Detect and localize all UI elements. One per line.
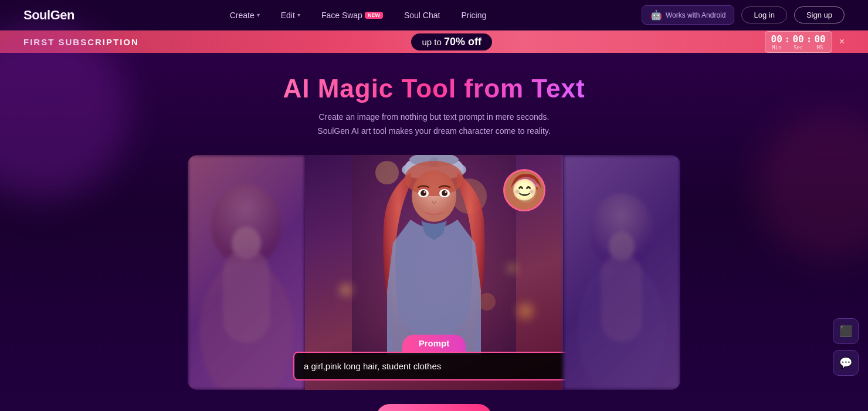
discount-pill: up to 70% off [411, 33, 492, 50]
chat-icon: 💬 [839, 356, 852, 369]
bokeh-2 [517, 303, 534, 319]
svg-point-19 [445, 191, 447, 193]
countdown-timer: 00 Min : 00 Sec : 00 MS [765, 31, 832, 53]
svg-point-15 [421, 190, 426, 196]
nav-edit[interactable]: Edit ▾ [281, 11, 300, 20]
nav-create[interactable]: Create ▾ [230, 11, 260, 20]
android-button[interactable]: 🤖 Works with Android [642, 5, 735, 25]
floating-buttons: ⬛ 💬 [833, 318, 859, 376]
svg-point-23 [519, 187, 524, 191]
timer-ms: 00 MS [814, 33, 825, 50]
face-avatar-svg [505, 171, 545, 211]
signup-button[interactable]: Sign up [794, 6, 845, 23]
logo[interactable]: SoulGen [23, 8, 74, 23]
timer-colon-1: : [785, 33, 791, 45]
nav-faceswap[interactable]: Face Swap NEW [321, 11, 383, 20]
bokeh-3 [508, 264, 516, 272]
timer-min: 00 Min [771, 33, 782, 50]
svg-point-16 [424, 191, 426, 193]
svg-rect-31 [601, 254, 642, 342]
prompt-input[interactable]: a girl,pink long hair, student clothes [293, 352, 575, 380]
left-panel-art [188, 155, 305, 390]
chat-button[interactable]: 💬 [833, 350, 859, 376]
nav-soulchat[interactable]: Soul Chat [404, 11, 440, 20]
banner-center: up to 70% off [411, 33, 492, 50]
new-badge: NEW [365, 12, 383, 19]
bg-blob-2 [757, 112, 868, 258]
right-panel [563, 155, 680, 390]
nav-right: 🤖 Works with Android Log in Sign up [642, 5, 845, 25]
center-panel: Prompt a girl,pink long hair, student cl… [305, 155, 563, 390]
try-button-container: Try it Now → [376, 404, 493, 411]
hero-title: AI Magic Tool from Text [283, 74, 585, 103]
girl-illustration [352, 155, 516, 355]
close-button[interactable]: × [839, 36, 845, 47]
login-button[interactable]: Log in [741, 6, 786, 23]
android-icon: 🤖 [650, 9, 662, 21]
nav-pricing[interactable]: Pricing [461, 11, 486, 20]
hero-subtitle: Create an image from nothing but text pr… [317, 110, 550, 139]
main-content: AI Magic Tool from Text Create an image … [0, 53, 868, 411]
svg-rect-27 [513, 184, 539, 187]
timer-colon-2: : [806, 33, 812, 45]
chevron-down-icon: ▾ [297, 12, 300, 18]
svg-rect-3 [223, 249, 270, 343]
bokeh-1 [340, 284, 352, 296]
prompt-section: Prompt a girl,pink long hair, student cl… [305, 335, 563, 390]
svg-point-25 [528, 187, 533, 191]
timer-sec: 00 Sec [792, 33, 803, 50]
svg-point-24 [520, 188, 523, 190]
banner-title: FIRST SUBSCRIPTION [23, 37, 139, 47]
svg-point-5 [375, 161, 399, 184]
svg-point-13 [405, 161, 463, 196]
svg-point-21 [514, 179, 538, 196]
prompt-label: Prompt [402, 335, 466, 352]
try-now-button[interactable]: Try it Now → [376, 404, 493, 411]
nav-center: Create ▾ Edit ▾ Face Swap NEW Soul Chat … [230, 11, 486, 20]
left-panel [188, 155, 305, 390]
face-swap-avatar [503, 169, 545, 211]
api-button[interactable]: ⬛ [833, 318, 859, 344]
svg-point-26 [530, 188, 532, 190]
svg-point-22 [516, 180, 537, 203]
image-showcase: Prompt a girl,pink long hair, student cl… [188, 155, 680, 390]
chevron-down-icon: ▾ [257, 12, 260, 18]
right-panel-art [563, 155, 680, 390]
api-icon: ⬛ [839, 325, 852, 338]
svg-point-18 [442, 190, 447, 196]
face-swap-image [505, 171, 544, 210]
navbar: SoulGen Create ▾ Edit ▾ Face Swap NEW So… [0, 0, 868, 31]
promo-banner: FIRST SUBSCRIPTION up to 70% off 00 Min … [0, 31, 868, 53]
